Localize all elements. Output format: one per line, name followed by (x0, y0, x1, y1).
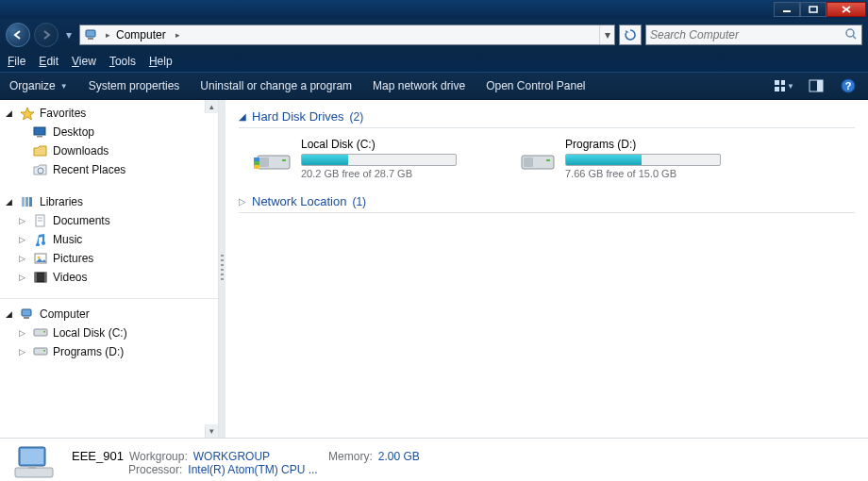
tree-item-label: Desktop (53, 125, 94, 139)
menu-file[interactable]: File (8, 55, 25, 68)
collapse-icon: ◢ (239, 111, 246, 122)
computer-icon (19, 307, 36, 322)
menu-help[interactable]: Help (149, 55, 173, 68)
svg-rect-22 (29, 197, 32, 207)
forward-button[interactable] (34, 23, 58, 47)
cmd-organize[interactable]: Organize▼ (9, 79, 68, 92)
svg-rect-11 (781, 87, 785, 91)
group-count: (2) (350, 110, 364, 124)
svg-rect-1 (810, 7, 817, 12)
tree-item-label: Recent Places (53, 163, 125, 176)
expand-icon: ▷ (19, 347, 28, 357)
view-mode-button[interactable]: ▼ (774, 78, 794, 93)
drive-local-disk-c[interactable]: Local Disk (C:) 20.2 GB free of 28.7 GB (254, 138, 488, 179)
sidebar-resize-handle[interactable] (219, 100, 225, 438)
tree-favorites[interactable]: ◢ Favorites (0, 104, 218, 123)
tree-computer[interactable]: ◢ Computer (0, 305, 218, 323)
command-bar: Organize▼ System properties Uninstall or… (0, 72, 868, 100)
svg-rect-39 (259, 158, 269, 167)
tree-separator (0, 298, 218, 299)
breadcrumb-arrow[interactable]: ▸ (172, 30, 184, 40)
menu-bar: File Edit View Tools Help (0, 51, 868, 72)
details-processor-label: Processor: (128, 463, 182, 476)
svg-rect-41 (254, 161, 259, 165)
tree-libraries[interactable]: ◢ Libraries (0, 192, 218, 211)
navigation-pane: ▴ ▾ ◢ Favorites Desktop Downloads Recent… (0, 100, 219, 438)
help-button[interactable]: ? (838, 78, 859, 93)
tree-item-label: Pictures (53, 252, 93, 265)
drive-free-text: 7.66 GB free of 15.0 GB (565, 166, 752, 179)
close-button[interactable] (826, 2, 866, 17)
drive-free-text: 20.2 GB free of 28.7 GB (301, 166, 488, 179)
search-icon (844, 27, 858, 43)
tree-item-local-disk-c[interactable]: ▷Local Disk (C:) (0, 323, 218, 342)
tree-item-desktop[interactable]: Desktop (0, 123, 218, 141)
tree-item-label: Local Disk (C:) (53, 326, 127, 340)
collapse-icon: ◢ (6, 309, 15, 319)
history-dropdown[interactable]: ▾ (62, 25, 75, 44)
collapse-icon: ◢ (6, 108, 15, 118)
drive-icon (32, 325, 49, 340)
tree-item-videos[interactable]: ▷Videos (0, 268, 218, 287)
group-network-location[interactable]: ▷ Network Location (1) (239, 191, 855, 213)
videos-icon (32, 270, 49, 285)
search-input[interactable] (650, 28, 844, 41)
tree-item-programs-d[interactable]: ▷Programs (D:) (0, 342, 218, 361)
sidebar-scroll-down[interactable]: ▾ (205, 424, 218, 438)
music-icon (32, 232, 49, 247)
svg-marker-16 (21, 108, 34, 120)
address-dropdown[interactable]: ▾ (599, 25, 614, 44)
cmd-open-control-panel[interactable]: Open Control Panel (486, 79, 585, 92)
breadcrumb-computer[interactable]: Computer (114, 25, 172, 44)
content-pane: ◢ Hard Disk Drives (2) Local Disk (C:) 2… (225, 100, 868, 438)
menu-edit[interactable]: Edit (39, 55, 58, 68)
preview-pane-button[interactable] (806, 78, 826, 93)
search-box[interactable] (645, 25, 862, 45)
breadcrumb-root-arrow[interactable]: ▸ (102, 30, 114, 40)
svg-rect-47 (21, 449, 43, 464)
svg-rect-29 (35, 273, 37, 282)
computer-large-icon (9, 442, 60, 482)
tree-item-recent[interactable]: Recent Places (0, 160, 218, 179)
menu-view[interactable]: View (72, 55, 96, 68)
svg-rect-31 (22, 309, 31, 316)
svg-rect-20 (22, 197, 25, 207)
cmd-system-properties[interactable]: System properties (89, 79, 180, 92)
star-icon (19, 106, 36, 121)
sidebar-scroll-up[interactable]: ▴ (205, 100, 218, 113)
maximize-button[interactable] (800, 2, 826, 17)
titlebar (0, 0, 868, 19)
minimize-button[interactable] (774, 2, 800, 17)
expand-icon: ▷ (19, 254, 28, 263)
tree-computer-label: Computer (40, 307, 90, 321)
drive-programs-d[interactable]: Programs (D:) 7.66 GB free of 15.0 GB (518, 138, 752, 179)
tree-item-downloads[interactable]: Downloads (0, 141, 218, 160)
drive-name: Programs (D:) (565, 138, 752, 154)
tree-item-label: Programs (D:) (53, 345, 124, 358)
svg-rect-17 (34, 127, 45, 135)
back-button[interactable] (6, 23, 30, 47)
collapse-icon: ◢ (6, 197, 15, 207)
svg-rect-0 (783, 10, 791, 12)
menu-tools[interactable]: Tools (109, 55, 136, 68)
details-processor-value: Intel(R) Atom(TM) CPU ... (188, 463, 317, 476)
group-title: Network Location (252, 194, 346, 208)
tree-item-pictures[interactable]: ▷Pictures (0, 249, 218, 268)
drive-name: Local Disk (C:) (301, 138, 488, 154)
tree-item-music[interactable]: ▷Music (0, 230, 218, 249)
address-bar[interactable]: ▸ Computer ▸ ▾ (79, 25, 615, 45)
tree-item-label: Downloads (53, 144, 108, 158)
group-hard-disk-drives[interactable]: ◢ Hard Disk Drives (2) (239, 106, 855, 128)
refresh-button[interactable] (619, 25, 642, 45)
cmd-map-network-drive[interactable]: Map network drive (373, 79, 465, 92)
libraries-icon (19, 194, 36, 209)
tree-item-documents[interactable]: ▷Documents (0, 211, 218, 230)
pictures-icon (32, 251, 49, 266)
folder-icon (32, 143, 49, 158)
tree-item-label: Music (53, 233, 82, 246)
svg-line-7 (853, 36, 856, 39)
svg-rect-9 (781, 80, 785, 85)
desktop-icon (32, 124, 49, 140)
svg-rect-4 (86, 30, 95, 37)
cmd-uninstall-program[interactable]: Uninstall or change a program (200, 79, 352, 92)
